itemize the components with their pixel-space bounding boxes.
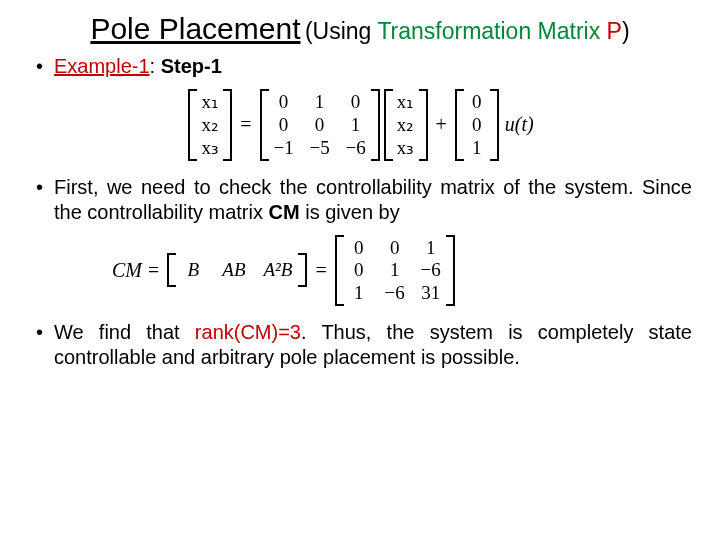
equals-2b: =	[315, 259, 326, 282]
title-sub-green: Transformation Matrix	[377, 18, 600, 44]
A22: −6	[345, 137, 367, 159]
colon: :	[150, 55, 161, 77]
x-vector-rhs: x₁ x₂ x₃	[384, 89, 428, 161]
M00: 0	[348, 237, 370, 259]
B2: 1	[468, 137, 486, 159]
u-of-t: u(t)	[505, 113, 534, 136]
M20: 1	[348, 282, 370, 304]
x2: x₂	[201, 114, 219, 136]
ctrl-text-b: is given by	[300, 201, 400, 223]
M10: 0	[348, 259, 370, 281]
B0: 0	[468, 91, 486, 113]
M01: 0	[384, 237, 406, 259]
cm-numeric: 001 01−6 1−631	[335, 235, 455, 307]
M21: −6	[384, 282, 406, 304]
A00: 0	[273, 91, 295, 113]
A11: 0	[309, 114, 331, 136]
equals-2a: =	[148, 259, 159, 282]
A-matrix: 010 001 −1−5−6	[260, 89, 380, 161]
equals-1: =	[240, 113, 251, 136]
M12: −6	[420, 259, 442, 281]
A12: 1	[345, 114, 367, 136]
A21: −5	[309, 137, 331, 159]
A01: 1	[309, 91, 331, 113]
state-equation: x₁ x₂ x₃ = 010 001 −1−5−6	[28, 89, 692, 161]
example-label: Example-1	[54, 55, 150, 77]
rank-text-a: We find that	[54, 321, 195, 343]
step-label: Step-1	[161, 55, 222, 77]
x2b: x₂	[397, 114, 415, 136]
cm-bold: CM	[269, 201, 300, 223]
title-sub: (Using Transformation Matrix P)	[305, 18, 630, 44]
M22: 31	[420, 282, 442, 304]
title-sub-red: P	[607, 18, 622, 44]
bullet-controllability-text: First, we need to check the controllabil…	[32, 175, 692, 225]
x1: x₁	[201, 91, 219, 113]
x3: x₃	[201, 137, 219, 159]
bullet-example-step: Example-1: Step-1	[32, 54, 692, 79]
title-sub-suffix: )	[622, 18, 630, 44]
x3b: x₃	[397, 137, 415, 159]
title-main: Pole Placement	[90, 12, 300, 45]
x1b: x₁	[397, 91, 415, 113]
cm-col-B: B	[182, 259, 204, 281]
M02: 1	[420, 237, 442, 259]
A10: 0	[273, 114, 295, 136]
B-vector: 0 0 1	[455, 89, 499, 161]
plus: +	[436, 113, 447, 136]
A20: −1	[273, 137, 295, 159]
cm-col-AB: AB	[222, 259, 245, 281]
cm-col-A2B: A²B	[264, 259, 293, 281]
rank-value: rank(CM)=3	[195, 321, 301, 343]
cm-equation: CM = B AB A²B = 001 01−6 1−631	[112, 235, 692, 307]
M11: 1	[384, 259, 406, 281]
cm-lhs: CM	[112, 259, 142, 282]
x-vector-lhs: x₁ x₂ x₃	[188, 89, 232, 161]
bullet-rank-text: We find that rank(CM)=3. Thus, the syste…	[32, 320, 692, 370]
title-sub-prefix: (Using	[305, 18, 377, 44]
slide-title: Pole Placement (Using Transformation Mat…	[28, 12, 692, 46]
B1: 0	[468, 114, 486, 136]
A02: 0	[345, 91, 367, 113]
cm-symbolic: B AB A²B	[167, 253, 307, 287]
